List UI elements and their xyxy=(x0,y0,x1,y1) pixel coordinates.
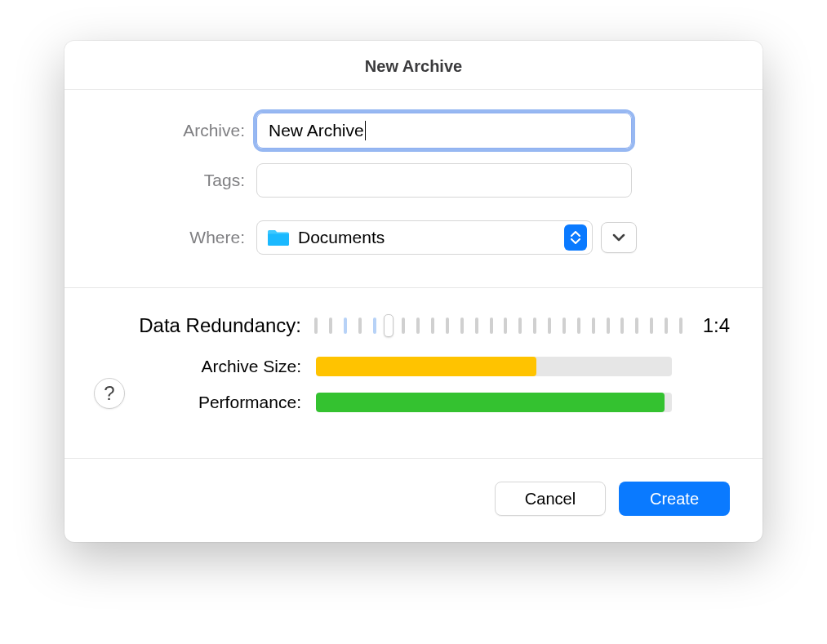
text-caret xyxy=(365,121,367,140)
where-label: Where: xyxy=(97,228,256,247)
slider-tick xyxy=(533,318,536,334)
folder-icon xyxy=(267,229,290,246)
file-info-section: Archive: New Archive Tags: Where: xyxy=(64,90,763,287)
slider-tick xyxy=(490,318,493,334)
redundancy-section: Data Redundancy: 1:4 Archive Size: Perfo… xyxy=(64,288,763,458)
slider-tick xyxy=(650,318,653,334)
slider-tick xyxy=(431,318,434,334)
slider-thumb[interactable] xyxy=(384,314,393,337)
performance-fill xyxy=(316,393,665,412)
new-archive-dialog: New Archive Archive: New Archive Tags: W… xyxy=(64,41,763,542)
redundancy-slider[interactable] xyxy=(316,313,681,339)
where-value: Documents xyxy=(298,228,385,247)
slider-tick xyxy=(679,318,682,334)
archive-size-fill xyxy=(316,357,536,376)
slider-tick xyxy=(592,318,595,334)
slider-tick xyxy=(607,318,610,334)
slider-tick xyxy=(373,318,376,334)
create-button[interactable]: Create xyxy=(619,482,730,516)
slider-tick xyxy=(504,318,507,334)
slider-tick xyxy=(460,318,464,334)
slider-tick xyxy=(446,318,449,334)
archive-size-label: Archive Size: xyxy=(97,357,316,376)
slider-tick xyxy=(475,318,478,334)
cancel-button[interactable]: Cancel xyxy=(495,482,606,516)
archive-size-bar xyxy=(316,357,672,376)
tags-label: Tags: xyxy=(97,171,256,190)
slider-tick xyxy=(358,318,362,334)
updown-stepper-icon xyxy=(564,224,587,251)
expand-button[interactable] xyxy=(601,222,637,253)
slider-tick xyxy=(635,318,638,334)
archive-name-value: New Archive xyxy=(269,121,364,140)
chevron-down-icon xyxy=(612,233,625,242)
slider-tick xyxy=(577,318,580,334)
performance-bar xyxy=(316,393,672,412)
slider-tick xyxy=(562,318,566,334)
slider-tick xyxy=(665,318,668,334)
slider-tick xyxy=(518,318,522,334)
slider-tick xyxy=(314,318,318,334)
slider-tick xyxy=(329,318,332,334)
where-dropdown[interactable]: Documents xyxy=(256,220,593,255)
redundancy-label: Data Redundancy: xyxy=(97,314,316,337)
performance-label: Performance: xyxy=(97,393,316,412)
archive-label: Archive: xyxy=(97,121,256,140)
tags-input[interactable] xyxy=(256,163,632,198)
question-mark-icon: ? xyxy=(104,382,114,405)
slider-tick xyxy=(548,318,551,334)
help-button[interactable]: ? xyxy=(94,378,125,409)
slider-tick xyxy=(416,318,420,334)
slider-tick xyxy=(402,318,405,334)
slider-tick xyxy=(344,318,347,334)
dialog-actions: Cancel Create xyxy=(64,458,763,542)
slider-tick xyxy=(620,318,624,334)
archive-name-input[interactable]: New Archive xyxy=(256,113,632,149)
redundancy-ratio: 1:4 xyxy=(681,314,730,337)
dialog-title: New Archive xyxy=(64,41,763,90)
